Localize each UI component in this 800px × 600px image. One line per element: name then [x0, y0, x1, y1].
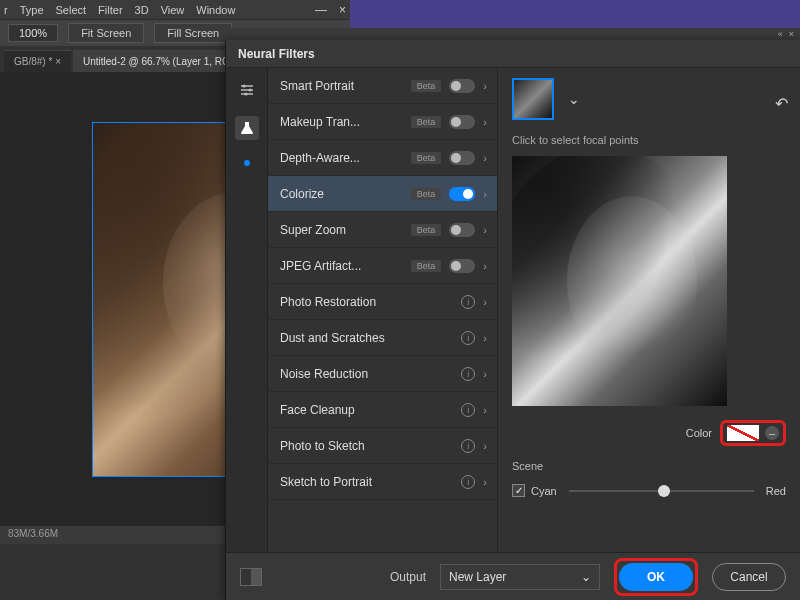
- filter-name: Makeup Tran...: [280, 115, 403, 129]
- panel-header: Neural Filters: [226, 40, 800, 68]
- filter-item[interactable]: Photo Restorationi›: [268, 284, 497, 320]
- undo-icon[interactable]: ↶: [775, 94, 788, 113]
- panel-close-icon[interactable]: ×: [789, 29, 794, 39]
- filter-item[interactable]: JPEG Artifact...Beta›: [268, 248, 497, 284]
- cancel-button[interactable]: Cancel: [712, 563, 786, 591]
- chevron-right-icon: ›: [483, 188, 487, 200]
- filter-item[interactable]: Smart PortraitBeta›: [268, 68, 497, 104]
- chevron-right-icon: ›: [483, 80, 487, 92]
- filter-name: Face Cleanup: [280, 403, 453, 417]
- chevron-right-icon: ›: [483, 224, 487, 236]
- filter-toggle[interactable]: [449, 187, 475, 201]
- output-label: Output: [390, 570, 426, 584]
- cyan-red-slider[interactable]: [569, 490, 754, 492]
- menu-item[interactable]: r: [4, 4, 8, 16]
- neural-filters-panel: Neural Filters Smart PortraitBeta›Makeup…: [225, 40, 800, 600]
- filter-name: Smart Portrait: [280, 79, 403, 93]
- filter-list: Smart PortraitBeta›Makeup Tran...Beta›De…: [268, 68, 498, 552]
- zoom-level[interactable]: 100%: [8, 24, 58, 42]
- filter-name: JPEG Artifact...: [280, 259, 403, 273]
- panel-left-rail: [226, 68, 268, 552]
- filter-item[interactable]: Makeup Tran...Beta›: [268, 104, 497, 140]
- active-indicator-dot: [244, 160, 250, 166]
- info-icon[interactable]: i: [461, 367, 475, 381]
- panel-top-controls: « ×: [225, 28, 800, 40]
- beta-badge: Beta: [411, 188, 442, 200]
- filter-item[interactable]: Depth-Aware...Beta›: [268, 140, 497, 176]
- info-icon[interactable]: i: [461, 439, 475, 453]
- svg-point-2: [244, 93, 247, 96]
- menu-item[interactable]: Window: [196, 4, 235, 16]
- menu-item[interactable]: Select: [56, 4, 87, 16]
- fit-screen-button[interactable]: Fit Screen: [68, 23, 144, 43]
- filter-item[interactable]: Photo to Sketchi›: [268, 428, 497, 464]
- menu-item[interactable]: Filter: [98, 4, 122, 16]
- info-icon[interactable]: i: [461, 403, 475, 417]
- info-icon[interactable]: i: [461, 295, 475, 309]
- ok-button[interactable]: OK: [619, 563, 693, 591]
- chevron-right-icon: ›: [483, 260, 487, 272]
- scene-section-label: Scene: [512, 460, 786, 472]
- filter-name: Colorize: [280, 187, 403, 201]
- app-menubar: r Type Select Filter 3D View Window — ×: [0, 0, 350, 20]
- filter-item[interactable]: Dust and Scratchesi›: [268, 320, 497, 356]
- minimize-button[interactable]: —: [315, 3, 327, 17]
- filter-settings-pane: ⌄ ↶ Click to select focal points Color –…: [498, 68, 800, 552]
- chevron-right-icon: ›: [483, 476, 487, 488]
- focal-points-image[interactable]: [512, 156, 727, 406]
- cyan-checkbox[interactable]: ✓: [512, 484, 525, 497]
- chevron-right-icon: ›: [483, 332, 487, 344]
- collapse-icon[interactable]: «: [778, 29, 783, 39]
- filter-item[interactable]: ColorizeBeta›: [268, 176, 497, 212]
- svg-point-1: [248, 89, 251, 92]
- filter-item[interactable]: Noise Reductioni›: [268, 356, 497, 392]
- highlighted-color-control: –: [720, 420, 786, 446]
- close-button[interactable]: ×: [339, 3, 346, 17]
- filter-toggle[interactable]: [449, 79, 475, 93]
- document-tab[interactable]: GB/8#) * ×: [4, 50, 71, 72]
- sliders-icon[interactable]: [235, 78, 259, 102]
- filter-item[interactable]: Face Cleanupi›: [268, 392, 497, 428]
- preview-thumbnail[interactable]: [512, 78, 554, 120]
- flask-icon[interactable]: [235, 116, 259, 140]
- red-label: Red: [766, 485, 786, 497]
- menu-item[interactable]: Type: [20, 4, 44, 16]
- chevron-right-icon: ›: [483, 368, 487, 380]
- info-icon[interactable]: i: [461, 331, 475, 345]
- filter-toggle[interactable]: [449, 115, 475, 129]
- beta-badge: Beta: [411, 152, 442, 164]
- filter-name: Photo Restoration: [280, 295, 453, 309]
- remove-color-button[interactable]: –: [765, 426, 779, 440]
- panel-footer: Output New Layer ⌄ OK Cancel: [226, 552, 800, 600]
- beta-badge: Beta: [411, 224, 442, 236]
- panel-title: Neural Filters: [238, 47, 315, 61]
- cyan-label: Cyan: [531, 485, 557, 497]
- focal-points-label: Click to select focal points: [512, 134, 786, 146]
- output-select-value: New Layer: [449, 570, 506, 584]
- beta-badge: Beta: [411, 80, 442, 92]
- filter-name: Noise Reduction: [280, 367, 453, 381]
- chevron-right-icon: ›: [483, 116, 487, 128]
- filter-toggle[interactable]: [449, 223, 475, 237]
- filter-toggle[interactable]: [449, 259, 475, 273]
- preview-toggle-icon[interactable]: [240, 568, 262, 586]
- chevron-right-icon: ›: [483, 152, 487, 164]
- highlighted-ok-wrap: OK: [614, 558, 698, 596]
- document-tab-active[interactable]: Untitled-2 @ 66.7% (Layer 1, RGB/: [73, 50, 249, 72]
- info-icon[interactable]: i: [461, 475, 475, 489]
- filter-toggle[interactable]: [449, 151, 475, 165]
- chevron-down-icon: ⌄: [581, 570, 591, 584]
- output-select[interactable]: New Layer ⌄: [440, 564, 600, 590]
- filter-name: Dust and Scratches: [280, 331, 453, 345]
- fill-screen-button[interactable]: Fill Screen: [154, 23, 232, 43]
- filter-item[interactable]: Super ZoomBeta›: [268, 212, 497, 248]
- chevron-down-icon[interactable]: ⌄: [568, 91, 580, 107]
- filter-name: Depth-Aware...: [280, 151, 403, 165]
- menu-item[interactable]: 3D: [135, 4, 149, 16]
- filter-name: Super Zoom: [280, 223, 403, 237]
- beta-badge: Beta: [411, 260, 442, 272]
- color-swatch[interactable]: [727, 425, 759, 441]
- filter-item[interactable]: Sketch to Portraiti›: [268, 464, 497, 500]
- menu-item[interactable]: View: [161, 4, 185, 16]
- chevron-right-icon: ›: [483, 296, 487, 308]
